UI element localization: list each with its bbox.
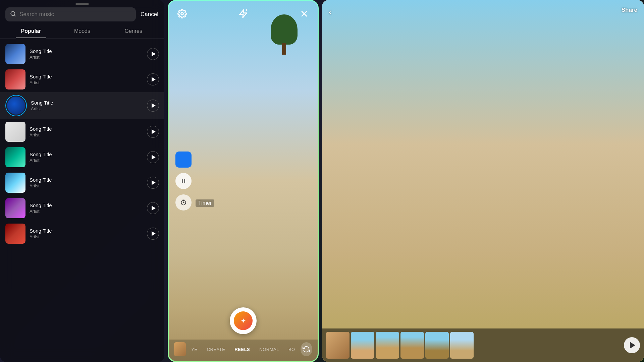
play-button[interactable]: [147, 73, 159, 85]
pause-button[interactable]: [175, 173, 192, 189]
timer-button[interactable]: [175, 194, 192, 210]
play-button[interactable]: [147, 48, 159, 60]
song-artist: Artist: [30, 80, 143, 85]
share-button[interactable]: Share: [622, 7, 637, 13]
gallery-thumbnail[interactable]: [174, 342, 186, 356]
timer-icon: [180, 199, 187, 206]
film-frame[interactable]: [425, 332, 449, 359]
thumbnail-art: [5, 147, 25, 167]
list-item[interactable]: Song Title Artist: [0, 221, 164, 246]
song-list: Song Title Artist Song Title Artist Song…: [0, 41, 164, 362]
settings-button[interactable]: [175, 7, 189, 20]
flash-icon: [238, 9, 248, 18]
preview-view: ‹ Share: [322, 0, 644, 362]
thumbnail-art: [5, 44, 25, 64]
song-title: Song Title: [30, 126, 143, 132]
song-thumbnail: [5, 44, 25, 64]
tab-popular[interactable]: Popular: [5, 25, 57, 38]
svg-rect-12: [470, 27, 496, 261]
camera-bottom-controls: ✦ YE CREATE REELS NORMAL BO: [169, 307, 318, 361]
song-info: Song Title Artist: [30, 202, 143, 214]
film-frame[interactable]: [400, 332, 424, 359]
list-item[interactable]: Song Title Artist: [0, 41, 164, 67]
song-thumbnail: [5, 224, 25, 244]
camera-modes-bar: YE CREATE REELS NORMAL BO: [169, 340, 318, 361]
play-button[interactable]: [147, 177, 159, 189]
back-button[interactable]: ‹: [329, 7, 332, 17]
song-info: Song Title Artist: [30, 228, 143, 239]
person-silhouette: [416, 27, 550, 261]
play-icon: [152, 231, 156, 236]
song-thumbnail: [5, 147, 25, 167]
song-artist: Artist: [30, 234, 143, 239]
play-icon: [152, 180, 156, 185]
search-bar[interactable]: [5, 7, 136, 21]
next-icon: [630, 342, 635, 349]
mode-normal[interactable]: NORMAL: [255, 345, 283, 354]
film-frame[interactable]: [450, 332, 474, 359]
song-title: Song Title: [30, 74, 143, 79]
search-icon: [10, 11, 16, 18]
song-title: Song Title: [30, 228, 143, 234]
tab-moods[interactable]: Moods: [57, 25, 108, 38]
film-frame[interactable]: [376, 332, 399, 359]
mode-boomerang[interactable]: BO: [284, 345, 299, 354]
list-item[interactable]: Song Title Artist: [0, 195, 164, 221]
svg-rect-8: [182, 179, 183, 183]
mode-create[interactable]: CREATE: [203, 345, 229, 354]
close-icon: [300, 9, 309, 18]
music-picker-panel: Cancel Popular Moods Genres Song Title A…: [0, 0, 164, 362]
drag-handle[interactable]: [75, 3, 89, 5]
song-artist: Artist: [30, 183, 143, 188]
play-button[interactable]: [147, 228, 159, 240]
camera-panel: Timer ✦ YE CREATE REELS NORMA: [168, 0, 319, 362]
camera-view: Timer ✦ YE CREATE REELS NORMA: [169, 1, 318, 361]
list-item[interactable]: Song Title Artist: [0, 119, 164, 144]
list-item[interactable]: Song Title Artist: [0, 67, 164, 92]
cancel-button[interactable]: Cancel: [140, 10, 159, 19]
mode-reels[interactable]: REELS: [230, 345, 254, 354]
song-thumbnail-active: [5, 95, 27, 116]
search-input[interactable]: [19, 11, 131, 18]
thumbnail-art: [7, 97, 25, 115]
song-info: Song Title Artist: [30, 126, 143, 137]
film-frame[interactable]: [351, 332, 374, 359]
camera-overlay: Timer ✦ YE CREATE REELS NORMA: [169, 1, 318, 361]
song-info: Song Title Artist: [30, 74, 143, 85]
list-item[interactable]: Song Title Artist: [0, 144, 164, 170]
film-frame[interactable]: [326, 332, 350, 359]
play-button[interactable]: [147, 202, 159, 214]
pause-icon: [180, 178, 187, 184]
camera-top-bar: [169, 1, 318, 26]
list-item[interactable]: Song Title Artist: [0, 170, 164, 195]
svg-point-5: [246, 10, 247, 11]
timer-label: Timer: [196, 199, 214, 207]
thumbnail-art: [5, 224, 25, 244]
song-artist: Artist: [30, 158, 143, 163]
play-icon: [152, 155, 156, 160]
record-button-inner: ✦: [234, 311, 253, 330]
song-title: Song Title: [30, 48, 143, 54]
song-info: Song Title Artist: [31, 100, 143, 111]
flip-camera-button[interactable]: [301, 342, 312, 356]
thumbnail-art: [5, 122, 25, 142]
thumbnail-art: [5, 69, 25, 89]
play-button[interactable]: [147, 126, 159, 138]
mode-live[interactable]: YE: [187, 345, 201, 354]
song-artist: Artist: [31, 106, 143, 111]
flash-button[interactable]: [236, 7, 250, 20]
record-button[interactable]: ✦: [230, 307, 257, 334]
song-thumbnail: [5, 198, 25, 218]
close-button[interactable]: [298, 7, 311, 20]
play-button[interactable]: [147, 151, 159, 163]
list-item[interactable]: Song Title Artist: [0, 92, 164, 119]
play-icon: [152, 52, 156, 56]
svg-rect-9: [184, 179, 185, 183]
tab-genres[interactable]: Genres: [108, 25, 159, 38]
next-button[interactable]: [624, 337, 640, 353]
song-thumbnail: [5, 122, 25, 142]
play-icon: [152, 77, 156, 82]
play-button[interactable]: [147, 100, 159, 112]
svg-line-1: [14, 15, 15, 16]
color-picker-button[interactable]: [175, 152, 192, 168]
